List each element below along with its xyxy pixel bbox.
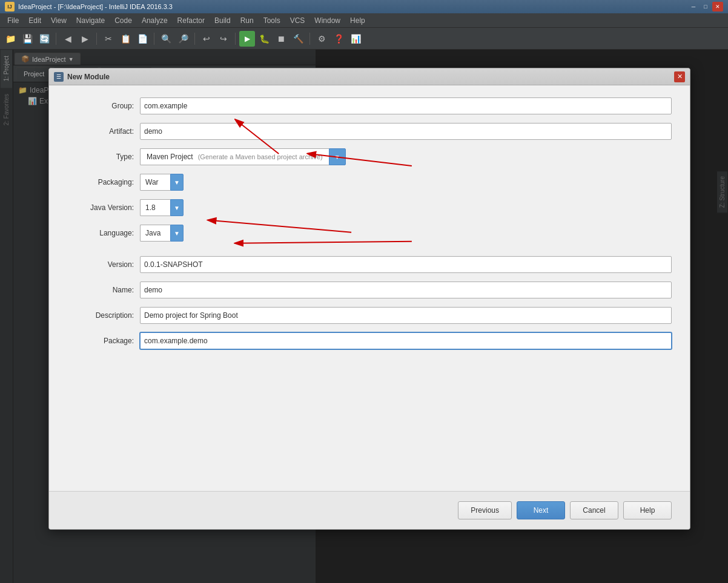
toolbar-sep5 xyxy=(235,33,236,45)
toolbar-back[interactable]: ◀ xyxy=(60,31,76,47)
packaging-dropdown-btn[interactable]: ▼ xyxy=(170,174,184,191)
language-value[interactable]: Java xyxy=(140,225,170,242)
packaging-row: Packaging: War ▼ xyxy=(67,174,672,191)
title-text: IdeaProject - [F:\IdeaProject] - Intelli… xyxy=(18,3,173,10)
type-row: Type: Maven Project (Generate a Maven ba… xyxy=(67,148,672,165)
toolbar-stop[interactable]: ⏹ xyxy=(273,31,289,47)
menu-navigate[interactable]: Navigate xyxy=(71,15,110,26)
toolbar-sep6 xyxy=(309,33,310,45)
toolbar-sep1 xyxy=(56,33,56,45)
version-input[interactable] xyxy=(140,256,672,273)
dialog-overlay: ☰ New Module ✕ Group: Artifact: xyxy=(0,50,728,583)
language-label: Language: xyxy=(67,229,140,237)
toolbar-paste[interactable]: 📄 xyxy=(134,31,150,47)
menu-vcs[interactable]: VCS xyxy=(285,15,310,26)
artifact-row: Artifact: xyxy=(67,123,672,140)
toolbar-sync[interactable]: 🔄 xyxy=(36,31,52,47)
java-version-select: 1.8 ▼ xyxy=(140,199,184,216)
language-dropdown-btn[interactable]: ▼ xyxy=(170,225,184,242)
app-icon: IJ xyxy=(5,2,15,12)
package-label: Package: xyxy=(67,337,140,345)
group-label: Group: xyxy=(67,102,140,110)
dialog-icon: ☰ xyxy=(54,72,64,82)
package-input[interactable] xyxy=(140,332,672,349)
toolbar-open[interactable]: 📁 xyxy=(2,31,18,47)
menu-tools[interactable]: Tools xyxy=(259,15,285,26)
dialog-footer: Previous Next Cancel Help xyxy=(49,491,690,529)
menu-refactor[interactable]: Refactor xyxy=(173,15,210,26)
group-input[interactable] xyxy=(140,97,672,114)
close-button[interactable]: ✕ xyxy=(712,2,723,12)
packaging-select: War ▼ xyxy=(140,174,184,191)
description-row: Description: xyxy=(67,307,672,324)
toolbar-sep3 xyxy=(154,33,154,45)
dialog-close-button[interactable]: ✕ xyxy=(674,71,685,82)
new-module-dialog: ☰ New Module ✕ Group: Artifact: xyxy=(48,68,690,530)
type-label: Type: xyxy=(67,153,140,161)
menu-build[interactable]: Build xyxy=(210,15,236,26)
dialog-form: Group: Artifact: Type: Maven Project (Ge… xyxy=(49,85,690,491)
toolbar-cut[interactable]: ✂ xyxy=(101,31,116,47)
group-row: Group: xyxy=(67,97,672,114)
name-label: Name: xyxy=(67,286,140,294)
maximize-button[interactable]: □ xyxy=(700,2,711,12)
menu-bar: File Edit View Navigate Code Analyze Ref… xyxy=(0,13,728,28)
menu-code[interactable]: Code xyxy=(110,15,137,26)
menu-edit[interactable]: Edit xyxy=(24,15,46,26)
toolbar-copy[interactable]: 📋 xyxy=(117,31,133,47)
java-version-row: Java Version: 1.8 ▼ xyxy=(67,199,672,216)
description-input[interactable] xyxy=(140,307,672,324)
name-input[interactable] xyxy=(140,282,672,298)
java-version-value[interactable]: 1.8 xyxy=(140,199,170,216)
version-label: Version: xyxy=(67,260,140,269)
toolbar-forward[interactable]: ▶ xyxy=(77,31,93,47)
minimize-button[interactable]: ─ xyxy=(688,2,699,12)
type-select-wrapper: Maven Project (Generate a Maven based pr… xyxy=(140,148,346,165)
menu-file[interactable]: File xyxy=(2,15,24,26)
dialog-spacer xyxy=(67,358,672,479)
next-button[interactable]: Next xyxy=(517,501,565,519)
menu-help[interactable]: Help xyxy=(345,15,370,26)
artifact-input[interactable] xyxy=(140,123,672,140)
dialog-title: New Module xyxy=(67,73,110,81)
menu-window[interactable]: Window xyxy=(309,15,345,26)
toolbar-sep2 xyxy=(96,33,97,45)
toolbar-redo[interactable]: ↪ xyxy=(216,31,231,47)
menu-view[interactable]: View xyxy=(46,15,71,26)
java-version-dropdown-btn[interactable]: ▼ xyxy=(170,199,184,216)
toolbar-run[interactable]: ▶ xyxy=(239,31,255,47)
type-value: Maven Project xyxy=(147,153,193,161)
language-row: Language: Java ▼ xyxy=(67,225,672,242)
window-controls: ─ □ ✕ xyxy=(688,2,723,12)
type-select-text[interactable]: Maven Project (Generate a Maven based pr… xyxy=(140,148,329,165)
toolbar-undo[interactable]: ↩ xyxy=(199,31,214,47)
name-row: Name: xyxy=(67,282,672,298)
type-hint: (Generate a Maven based project archive) xyxy=(198,153,323,160)
toolbar-save[interactable]: 💾 xyxy=(19,31,35,47)
packaging-value[interactable]: War xyxy=(140,174,170,191)
toolbar-find[interactable]: 🔍 xyxy=(158,31,174,47)
help-button[interactable]: Help xyxy=(623,501,672,519)
type-dropdown-btn[interactable]: ▼ xyxy=(329,148,346,165)
package-row: Package: xyxy=(67,332,672,349)
packaging-label: Packaging: xyxy=(67,178,140,186)
menu-run[interactable]: Run xyxy=(236,15,259,26)
toolbar-build[interactable]: 🔨 xyxy=(290,31,306,47)
toolbar-sep4 xyxy=(194,33,195,45)
menu-analyze[interactable]: Analyze xyxy=(137,15,173,26)
toolbar-replace[interactable]: 🔎 xyxy=(175,31,191,47)
java-version-label: Java Version: xyxy=(67,203,140,212)
dialog-titlebar: ☰ New Module ✕ xyxy=(49,68,690,85)
previous-button[interactable]: Previous xyxy=(458,501,512,519)
toolbar-debug[interactable]: 🐛 xyxy=(256,31,272,47)
toolbar-settings[interactable]: ⚙ xyxy=(314,31,329,47)
title-bar: IJ IdeaProject - [F:\IdeaProject] - Inte… xyxy=(0,0,728,13)
artifact-label: Artifact: xyxy=(67,127,140,136)
toolbar-extra[interactable]: 📊 xyxy=(348,31,363,47)
cancel-button[interactable]: Cancel xyxy=(570,501,618,519)
main-layout: 1: Project 2: Favorites 📦 IdeaProject ▼ … xyxy=(0,50,728,583)
toolbar-help[interactable]: ❓ xyxy=(331,31,346,47)
version-row: Version: xyxy=(67,256,672,273)
language-select: Java ▼ xyxy=(140,225,184,242)
main-toolbar: 📁 💾 🔄 ◀ ▶ ✂ 📋 📄 🔍 🔎 ↩ ↪ ▶ 🐛 ⏹ 🔨 ⚙ ❓ 📊 xyxy=(0,28,728,50)
